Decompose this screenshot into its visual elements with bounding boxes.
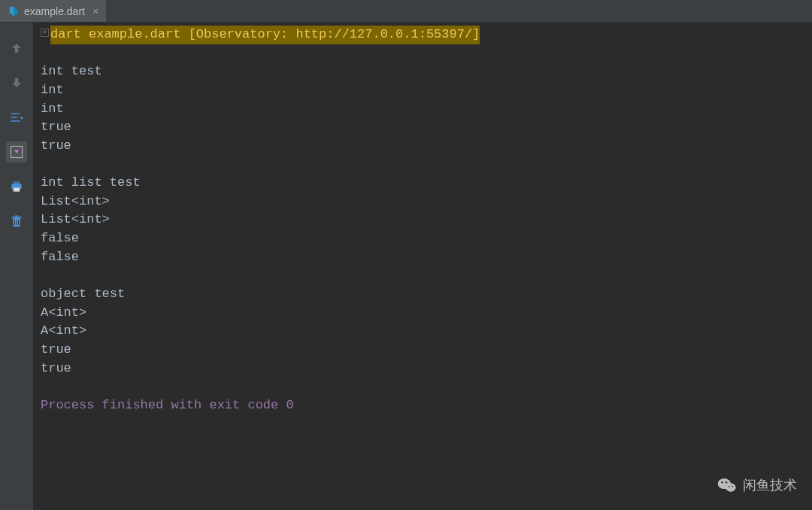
svg-rect-4 (11, 217, 21, 218)
console-line: false (41, 229, 804, 248)
console-output-lines: int testintinttruetrue int list testList… (41, 44, 804, 396)
svg-point-16 (726, 484, 736, 492)
file-tab[interactable]: example.dart × (0, 0, 106, 22)
up-arrow-icon[interactable] (6, 38, 27, 59)
console-output[interactable]: + dart example.dart [Observatory: http:/… (33, 23, 812, 510)
svg-point-18 (732, 486, 734, 487)
main-area: + dart example.dart [Observatory: http:/… (0, 23, 812, 510)
svg-rect-2 (14, 181, 20, 184)
console-toolbar (0, 23, 33, 510)
console-line: int list test (41, 174, 804, 193)
console-line: List<int> (41, 193, 804, 211)
tab-bar: example.dart × (0, 0, 812, 23)
console-line (41, 378, 804, 396)
console-line: false (41, 248, 804, 267)
console-line (41, 266, 804, 285)
close-icon[interactable]: × (92, 5, 98, 17)
console-line: List<int> (41, 211, 804, 229)
trash-icon[interactable] (6, 211, 27, 232)
console-line (41, 155, 804, 174)
print-icon[interactable] (6, 176, 27, 197)
wrap-text-icon[interactable] (6, 107, 27, 128)
down-arrow-icon[interactable] (6, 72, 27, 93)
expand-icon[interactable]: + (41, 29, 49, 37)
console-line: A<int> (41, 304, 804, 323)
console-line: int test (41, 62, 804, 81)
wechat-icon (717, 475, 737, 495)
console-line: int (41, 100, 804, 119)
svg-rect-3 (14, 188, 20, 192)
console-line (41, 44, 804, 63)
console-line: int (41, 81, 804, 100)
ide-container: example.dart × (0, 0, 812, 510)
console-line: object test (41, 285, 804, 304)
console-line: true (41, 341, 804, 360)
scroll-to-end-icon[interactable] (6, 141, 27, 162)
console-line: A<int> (41, 322, 804, 341)
svg-rect-5 (15, 216, 19, 217)
svg-point-15 (726, 481, 727, 483)
console-header-line: dart example.dart [Observatory: http://1… (50, 26, 480, 44)
dart-file-icon (8, 5, 20, 17)
svg-point-17 (729, 486, 730, 487)
tab-filename: example.dart (24, 5, 85, 17)
svg-point-14 (721, 481, 723, 483)
console-line: true (41, 360, 804, 378)
watermark-text: 闲鱼技术 (743, 476, 797, 494)
process-exit-line: Process finished with exit code 0 (41, 396, 804, 415)
console-line: true (41, 137, 804, 156)
console-line: true (41, 118, 804, 137)
watermark: 闲鱼技术 (717, 475, 797, 495)
